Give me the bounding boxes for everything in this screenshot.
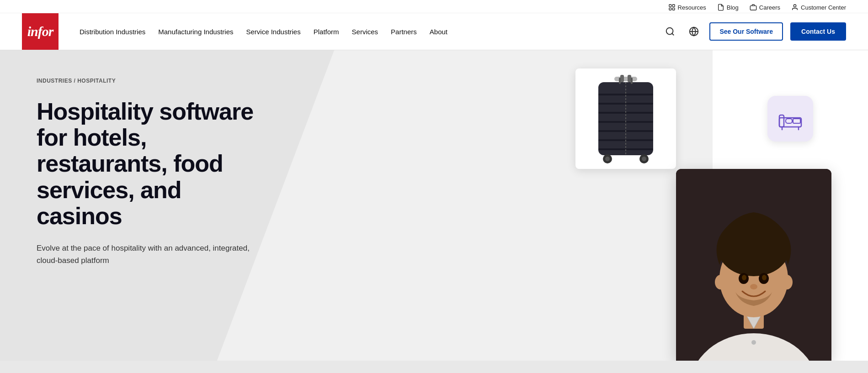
- svg-point-6: [666, 28, 673, 35]
- svg-rect-1: [672, 5, 675, 7]
- nav-partners[interactable]: Partners: [384, 13, 423, 50]
- customer-center-link[interactable]: Customer Center: [791, 4, 846, 11]
- svg-point-44: [750, 284, 757, 289]
- top-bar: Resources Blog Careers Customer Center: [0, 0, 868, 13]
- svg-point-42: [742, 275, 746, 280]
- person-image-card: [676, 169, 831, 361]
- hero-section: INDUSTRIES / HOSPITALITY Hospitality sof…: [0, 50, 868, 361]
- nav-manufacturing-industries[interactable]: Manufacturing Industries: [152, 13, 240, 50]
- nav-services[interactable]: Services: [346, 13, 385, 50]
- hero-subtitle: Evolve at the pace of hospitality with a…: [37, 242, 256, 267]
- nav-distribution-industries[interactable]: Distribution Industries: [73, 13, 152, 50]
- svg-point-46: [782, 275, 793, 289]
- luggage-image-card: [575, 68, 676, 169]
- search-button[interactable]: [662, 23, 678, 40]
- person-silhouette: [676, 169, 831, 361]
- svg-line-7: [672, 33, 674, 35]
- contact-us-button[interactable]: Contact Us: [790, 22, 846, 41]
- svg-rect-2: [669, 8, 671, 10]
- svg-rect-4: [750, 6, 756, 10]
- svg-point-37: [751, 340, 756, 345]
- svg-rect-12: [628, 75, 631, 82]
- svg-rect-30: [786, 119, 792, 123]
- svg-rect-27: [631, 78, 633, 84]
- svg-rect-26: [619, 78, 621, 84]
- svg-point-5: [793, 5, 796, 7]
- header: Resources Blog Careers Customer Center i…: [0, 0, 868, 50]
- hero-content: INDUSTRIES / HOSPITALITY Hospitality sof…: [0, 78, 293, 267]
- svg-rect-0: [669, 5, 671, 7]
- svg-rect-31: [793, 119, 800, 123]
- resources-link[interactable]: Resources: [668, 4, 706, 11]
- see-software-button[interactable]: See Our Software: [709, 22, 783, 41]
- logo[interactable]: infor: [22, 13, 59, 50]
- breadcrumb: INDUSTRIES / HOSPITALITY: [37, 78, 256, 84]
- svg-point-45: [715, 275, 726, 289]
- nav-links: Distribution Industries Manufacturing In…: [73, 13, 662, 50]
- nav-right: See Our Software Contact Us: [662, 22, 846, 41]
- nav-platform[interactable]: Platform: [307, 13, 346, 50]
- globe-button[interactable]: [686, 23, 702, 40]
- svg-rect-29: [779, 115, 784, 127]
- hero-title: Hospitality software for hotels, restaur…: [37, 99, 256, 229]
- hero-images: [391, 50, 868, 361]
- careers-link[interactable]: Careers: [750, 4, 780, 11]
- svg-point-25: [642, 157, 646, 161]
- svg-rect-10: [614, 77, 637, 81]
- nav-service-industries[interactable]: Service Industries: [240, 13, 307, 50]
- hotel-icon-card: [767, 96, 813, 142]
- svg-point-23: [605, 157, 610, 161]
- nav-bar: infor Distribution Industries Manufactur…: [0, 13, 868, 50]
- svg-rect-3: [672, 8, 675, 10]
- svg-rect-11: [620, 75, 624, 82]
- nav-about[interactable]: About: [423, 13, 454, 50]
- blog-link[interactable]: Blog: [717, 4, 739, 11]
- svg-point-43: [762, 275, 767, 280]
